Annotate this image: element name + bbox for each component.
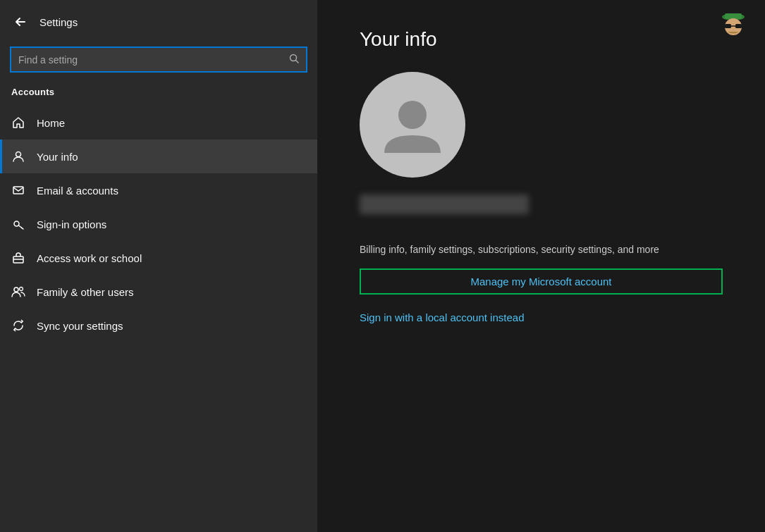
svg-point-15 <box>398 101 427 129</box>
home-icon <box>11 116 25 130</box>
search-input[interactable] <box>11 49 282 71</box>
billing-info-text: Billing info, family settings, subscript… <box>360 242 723 257</box>
sidebar-item-family-other-users-label: Family & other users <box>37 286 134 298</box>
sidebar-item-access-work-school[interactable]: Access work or school <box>0 241 317 275</box>
sidebar-title: Settings <box>39 16 78 28</box>
sign-in-local-link[interactable]: Sign in with a local account instead <box>360 311 723 323</box>
svg-rect-10 <box>725 13 742 19</box>
top-right-avatar <box>716 7 751 42</box>
sidebar-item-sign-in-options-label: Sign-in options <box>37 218 106 230</box>
svg-rect-12 <box>725 24 731 28</box>
svg-line-1 <box>296 61 299 63</box>
main-content: Your info Billing info, family settings,… <box>317 0 765 532</box>
user-name-blurred <box>360 194 529 214</box>
svg-point-8 <box>20 287 23 291</box>
sidebar-item-sync-settings-label: Sync your settings <box>37 320 123 332</box>
sidebar-item-email-accounts-label: Email & accounts <box>37 185 118 197</box>
accounts-section-label: Accounts <box>0 84 317 106</box>
avatar <box>360 72 465 178</box>
sidebar-item-email-accounts[interactable]: Email & accounts <box>0 173 317 207</box>
key-icon <box>11 217 25 231</box>
svg-point-2 <box>16 152 21 157</box>
sidebar-item-home-label: Home <box>37 117 65 129</box>
sidebar-header: Settings <box>0 0 317 44</box>
sidebar-item-family-other-users[interactable]: Family & other users <box>0 275 317 309</box>
svg-rect-3 <box>13 187 23 194</box>
manage-account-button[interactable]: Manage my Microsoft account <box>360 268 723 295</box>
sidebar-item-home[interactable]: Home <box>0 106 317 140</box>
svg-point-7 <box>14 287 18 292</box>
search-icon[interactable] <box>282 48 306 71</box>
page-title: Your info <box>360 28 723 51</box>
sidebar-item-your-info-label: Your info <box>37 151 78 163</box>
sidebar-item-sync-settings[interactable]: Sync your settings <box>0 309 317 342</box>
sidebar: Settings Accounts Home <box>0 0 317 532</box>
sidebar-item-your-info[interactable]: Your info <box>0 140 317 173</box>
nav-items: Home Your info Email & accounts <box>0 106 317 342</box>
search-box <box>10 47 307 73</box>
briefcase-icon <box>11 251 25 265</box>
sidebar-item-access-work-school-label: Access work or school <box>37 252 142 264</box>
people-icon <box>11 285 25 299</box>
back-button[interactable] <box>11 13 30 31</box>
person-icon <box>11 149 25 163</box>
email-icon <box>11 183 25 197</box>
sync-icon <box>11 318 25 333</box>
sidebar-item-sign-in-options[interactable]: Sign-in options <box>0 207 317 241</box>
svg-rect-13 <box>735 24 742 28</box>
